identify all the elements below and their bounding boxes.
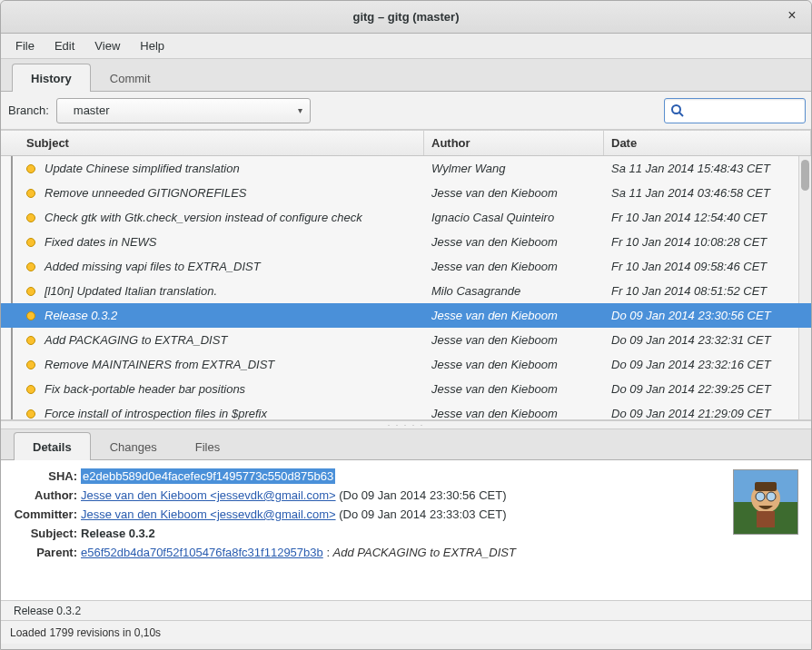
value-parent-subject: Add PACKAGING to EXTRA_DIST: [333, 546, 516, 559]
close-icon[interactable]: ×: [784, 8, 800, 25]
label-author: Author:: [8, 488, 77, 502]
table-row[interactable]: Release 0.3.2Jesse van den KieboomDo 09 …: [1, 303, 811, 328]
window-titlebar: gitg – gitg (master) ×: [1, 1, 811, 34]
window-title: gitg – gitg (master): [352, 10, 459, 24]
row-subject: Added missing vapi files to EXTRA_DIST: [45, 260, 261, 273]
tab-changes[interactable]: Changes: [91, 432, 176, 460]
row-date: Do 09 Jan 2014 23:32:31 CET: [604, 333, 811, 347]
row-subject: Force install of introspection files in …: [45, 407, 267, 419]
row-author: Jesse van den Kieboom: [424, 333, 604, 347]
value-author-date: (Do 09 Jan 2014 23:30:56 CET): [339, 488, 506, 502]
row-date: Fr 10 Jan 2014 08:51:52 CET: [604, 284, 811, 298]
commit-dot-icon: [26, 409, 35, 419]
row-subject: Fix back-portable header bar positions: [45, 382, 245, 396]
value-committer-link[interactable]: Jesse van den Kieboom <jessevdk@gmail.co…: [81, 507, 336, 521]
header-date[interactable]: Date: [604, 131, 811, 155]
tab-details[interactable]: Details: [14, 432, 91, 460]
commit-dot-icon: [26, 385, 35, 394]
label-committer: Committer:: [8, 507, 77, 521]
top-tabs: History Commit: [1, 59, 811, 92]
row-author: Wylmer Wang: [424, 162, 604, 175]
tab-commit[interactable]: Commit: [91, 64, 170, 92]
tag-bar: Release 0.3.2: [1, 600, 811, 620]
label-subject: Subject:: [8, 527, 77, 540]
detail-pane: SHA: e2debb589d0e4facefec9f1495773c550d8…: [1, 460, 811, 600]
row-date: Do 09 Jan 2014 23:30:56 CET: [604, 309, 811, 322]
label-parent: Parent:: [8, 546, 77, 559]
row-subject: Remove unneeded GITIGNOREFILES: [45, 186, 247, 200]
row-subject: Release 0.3.2: [45, 309, 117, 322]
commit-dot-icon: [26, 164, 35, 173]
menu-view[interactable]: View: [85, 35, 129, 56]
table-row[interactable]: Add PACKAGING to EXTRA_DISTJesse van den…: [1, 328, 811, 352]
branch-bar: Branch: master ▾: [1, 92, 811, 130]
table-row[interactable]: [l10n] Updated Italian translation.Milo …: [1, 279, 811, 303]
commit-dot-icon: [26, 238, 35, 247]
commit-dot-icon: [26, 311, 35, 320]
search-input[interactable]: [664, 98, 806, 123]
detail-tabs: Details Changes Files: [1, 429, 811, 460]
row-author: Jesse van den Kieboom: [424, 407, 604, 419]
commit-dot-icon: [26, 336, 35, 345]
row-date: Fr 10 Jan 2014 10:08:28 CET: [604, 235, 811, 249]
row-author: Jesse van den Kieboom: [424, 186, 604, 200]
tab-files[interactable]: Files: [176, 432, 239, 460]
svg-point-0: [672, 105, 680, 113]
table-row[interactable]: Fix back-portable header bar positionsJe…: [1, 377, 811, 401]
list-header: Subject Author Date: [1, 130, 811, 156]
value-parent-sha[interactable]: e56f52db4da70f52f105476fa8fc31f112957b3b: [81, 546, 323, 559]
row-subject: Add PACKAGING to EXTRA_DIST: [45, 333, 227, 347]
commit-dot-icon: [26, 360, 35, 369]
pane-splitter[interactable]: · · · · ·: [1, 420, 811, 429]
row-author: Jesse van den Kieboom: [424, 358, 604, 371]
menu-file[interactable]: File: [6, 35, 44, 56]
tab-history[interactable]: History: [12, 64, 91, 92]
list-body: Update Chinese simplified translationWyl…: [1, 156, 811, 419]
branch-label: Branch:: [6, 103, 49, 117]
branch-select[interactable]: master ▾: [56, 98, 311, 123]
menubar: File Edit View Help: [1, 34, 811, 59]
row-author: Jesse van den Kieboom: [424, 235, 604, 249]
menu-edit[interactable]: Edit: [45, 35, 84, 56]
tag-chip: Release 0.3.2: [8, 604, 86, 618]
svg-point-4: [756, 492, 765, 501]
row-author: Jesse van den Kieboom: [424, 309, 604, 322]
value-subject: Release 0.3.2: [81, 527, 155, 540]
table-row[interactable]: Remove unneeded GITIGNOREFILESJesse van …: [1, 181, 811, 205]
row-subject: [l10n] Updated Italian translation.: [45, 284, 217, 298]
table-row[interactable]: Force install of introspection files in …: [1, 401, 811, 419]
row-date: Do 09 Jan 2014 21:29:09 CET: [604, 407, 811, 419]
row-author: Ignacio Casal Quinteiro: [424, 211, 604, 224]
row-subject: Check gtk with Gtk.check_version instead…: [45, 211, 362, 224]
avatar-icon: [737, 473, 795, 531]
row-author: Jesse van den Kieboom: [424, 260, 604, 273]
table-row[interactable]: Check gtk with Gtk.check_version instead…: [1, 205, 811, 230]
svg-rect-3: [755, 482, 777, 491]
row-date: Do 09 Jan 2014 22:39:25 CET: [604, 382, 811, 396]
search-icon: [670, 103, 685, 118]
row-date: Sa 11 Jan 2014 03:46:58 CET: [604, 186, 811, 200]
commit-dot-icon: [26, 287, 35, 296]
table-row[interactable]: Added missing vapi files to EXTRA_DISTJe…: [1, 254, 811, 279]
table-row[interactable]: Update Chinese simplified translationWyl…: [1, 156, 811, 181]
header-subject[interactable]: Subject: [1, 131, 424, 155]
row-date: Do 09 Jan 2014 23:32:16 CET: [604, 358, 811, 371]
row-subject: Update Chinese simplified translation: [45, 162, 240, 175]
header-author[interactable]: Author: [424, 131, 604, 155]
avatar: [733, 469, 798, 535]
commit-dot-icon: [26, 213, 35, 222]
row-date: Sa 11 Jan 2014 15:48:43 CET: [604, 162, 811, 175]
commit-dot-icon: [26, 262, 35, 271]
status-bar: Loaded 1799 revisions in 0,10s: [1, 620, 811, 644]
row-date: Fr 10 Jan 2014 12:54:40 CET: [604, 211, 811, 224]
row-author: Milo Casagrande: [424, 284, 604, 298]
table-row[interactable]: Fixed dates in NEWSJesse van den Kieboom…: [1, 230, 811, 254]
row-date: Fr 10 Jan 2014 09:58:46 CET: [604, 260, 811, 273]
table-row[interactable]: Remove MAINTAINERS from EXTRA_DISTJesse …: [1, 352, 811, 377]
row-subject: Remove MAINTAINERS from EXTRA_DIST: [45, 358, 274, 371]
value-author-link[interactable]: Jesse van den Kieboom <jessevdk@gmail.co…: [81, 488, 336, 502]
commit-dot-icon: [26, 189, 35, 198]
row-subject: Fixed dates in NEWS: [45, 235, 157, 249]
value-sha[interactable]: e2debb589d0e4facefec9f1495773c550d875b63: [81, 468, 335, 484]
menu-help[interactable]: Help: [131, 35, 173, 56]
